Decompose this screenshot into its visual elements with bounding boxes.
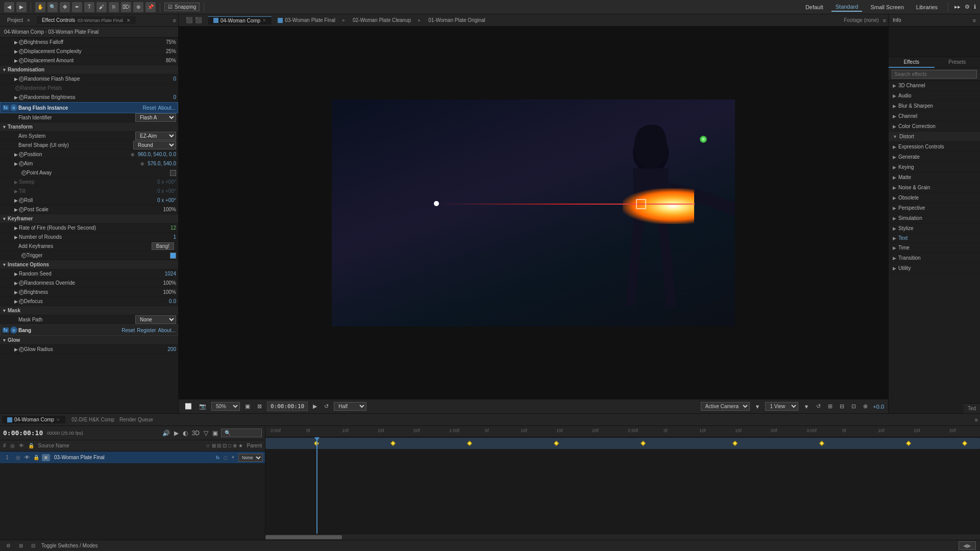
puppet-tool-icon[interactable]: ⊕ — [133, 2, 143, 12]
mask-group[interactable]: ▼ Mask — [0, 306, 178, 315]
prop-value[interactable]: 200 — [167, 346, 176, 352]
prop-value[interactable]: 25% — [166, 48, 176, 54]
play-button[interactable]: ▶ — [311, 402, 319, 411]
prop-value[interactable]: 100% — [163, 280, 176, 286]
layer-motion-icon[interactable]: ◌ — [224, 455, 228, 460]
safe-areas-button[interactable]: ⊟ — [838, 402, 846, 411]
bottom-btn-2[interactable]: ⊞ — [17, 542, 25, 549]
effect-cat-color[interactable]: ▶ Color Correction — [889, 121, 980, 132]
prop-value[interactable]: 0.0 — [169, 298, 176, 304]
effect-cat-perspective[interactable]: ▶ Perspective — [889, 203, 980, 213]
layer-arrow-icon[interactable]: ⌖ — [232, 455, 234, 460]
pin-tool-icon[interactable]: 📌 — [145, 2, 156, 12]
bang-flash-reset-button[interactable]: Reset — [142, 105, 156, 111]
effect-cat-simulation[interactable]: ▶ Simulation — [889, 213, 980, 223]
bang-register-button[interactable]: Register — [137, 328, 156, 333]
effect-cat-transition[interactable]: ▶ Transition — [889, 253, 980, 263]
bang-reset-button[interactable]: Reset — [121, 328, 135, 333]
toggle-switches-label[interactable]: Toggle Switches / Modes — [41, 543, 98, 548]
keyframe-5[interactable] — [641, 441, 646, 446]
track-bar-1[interactable] — [265, 438, 980, 449]
flash-identifier-dropdown[interactable]: Flash A Flash B Flash C — [135, 113, 176, 122]
forward-icon[interactable]: ▶ — [16, 2, 27, 12]
bottom-btn-1[interactable]: ⚙ — [4, 542, 13, 549]
stopwatch-icon[interactable]: ⏱ — [21, 253, 27, 258]
timeline-search-input[interactable] — [221, 429, 262, 437]
stopwatch-icon[interactable]: ⏱ — [19, 207, 24, 212]
layer-name[interactable]: 03-Woman Plate Final — [54, 455, 214, 460]
timeline-scrollbar-thumb[interactable] — [265, 535, 342, 539]
bang-button[interactable]: Bang! — [152, 242, 174, 250]
expand-arrow[interactable]: ▼ — [2, 338, 7, 343]
effect-controls-tab-close[interactable]: ✕ — [127, 18, 131, 23]
project-tab-close[interactable]: ✕ — [27, 18, 31, 23]
stopwatch-icon[interactable]: ⏱ — [19, 58, 24, 63]
snapshot-button[interactable]: 📷 — [197, 402, 208, 411]
effect-controls-tab[interactable]: Effect Controls 03-Woman Plate Final ✕ — [37, 16, 136, 24]
expand-arrow[interactable]: ▶ — [14, 161, 18, 166]
prop-value[interactable]: 0 — [173, 76, 176, 82]
point-away-checkbox[interactable] — [170, 170, 176, 176]
prop-value[interactable]: 12 — [170, 225, 176, 231]
keyframe-8[interactable] — [906, 441, 911, 446]
workspace-standard[interactable]: Standard — [831, 3, 863, 12]
render-queue-button[interactable]: Render Queue — [115, 416, 157, 423]
expand-arrow[interactable]: ▼ — [2, 124, 7, 130]
back-icon[interactable]: ◀ — [4, 2, 14, 12]
quality-select[interactable]: Half Full Quarter — [334, 402, 366, 411]
view-options-button[interactable]: ▼ — [801, 403, 811, 411]
transform-group[interactable]: ▼ Transform — [0, 122, 178, 132]
tl-collapse-btn[interactable]: ▽ — [203, 429, 209, 438]
timeline-tab-close[interactable]: ✕ — [56, 417, 60, 422]
prop-value[interactable]: 100% — [163, 207, 176, 212]
effect-cat-time[interactable]: ▶ Time — [889, 243, 980, 253]
stopwatch-icon[interactable]: ⏱ — [19, 152, 24, 157]
expand-arrow[interactable]: ▶ — [14, 77, 18, 82]
comp-tab-1[interactable]: 04-Woman Comp ✕ — [208, 16, 272, 24]
prop-value[interactable]: 1 — [173, 234, 176, 240]
expand-arrow[interactable]: ▶ — [14, 281, 18, 286]
expand-arrow[interactable]: ▶ — [14, 198, 18, 203]
timeline-tab-comp[interactable]: 04-Woman Comp ✕ — [2, 416, 65, 423]
effect-cat-audio[interactable]: ▶ Audio — [889, 91, 980, 101]
expand-arrow[interactable]: ▼ — [2, 67, 7, 72]
view-select[interactable]: 1 View 2 Views — [765, 402, 798, 411]
timeline-scrollbar[interactable] — [265, 534, 980, 540]
text-tool-icon[interactable]: T — [84, 2, 94, 12]
effect-cat-expression[interactable]: ▶ Expression Controls — [889, 142, 980, 152]
effect-cat-channel[interactable]: ▶ Channel — [889, 111, 980, 121]
layer-eye-btn[interactable]: 👁 — [23, 455, 31, 460]
workspace-small-screen[interactable]: Small Screen — [866, 3, 908, 11]
camera-options-button[interactable]: ▼ — [753, 403, 763, 411]
transparency-button[interactable]: ⊠ — [255, 402, 264, 411]
prop-value[interactable]: 0 — [173, 94, 176, 100]
bottom-btn-3[interactable]: ⊟ — [29, 542, 37, 549]
bang-flash-about-button[interactable]: About... — [158, 105, 176, 111]
comp-tab-3[interactable]: 02-Woman Plate Cleanup — [348, 16, 416, 24]
effects-list[interactable]: ▶ 3D Channel ▶ Audio ▶ Blur & Sharpen ▶ … — [889, 81, 980, 413]
effect-cat-matte[interactable]: ▶ Matte — [889, 172, 980, 183]
prop-value[interactable]: 75% — [166, 39, 176, 45]
stopwatch-icon[interactable]: ⏱ — [19, 347, 24, 352]
aim-system-dropdown[interactable]: EZ-Aim Manual — [135, 132, 176, 140]
comp-tab-2[interactable]: 03-Woman Plate Final — [273, 16, 340, 24]
project-tab[interactable]: Project ✕ — [2, 16, 36, 24]
tl-play-btn[interactable]: ▶ — [173, 429, 180, 438]
right-panel-menu[interactable]: ≡ — [973, 17, 976, 23]
timeline-playhead[interactable] — [316, 437, 317, 534]
stopwatch-icon[interactable]: ⏱ — [19, 40, 24, 45]
prop-value[interactable]: 960.0, 540.0, 0.0 — [138, 152, 176, 157]
effects-tab[interactable]: Effects — [889, 57, 935, 68]
layer-solo-btn[interactable]: ◎ — [14, 455, 21, 460]
prop-value[interactable]: 1024 — [165, 271, 176, 277]
trigger-checkbox[interactable] — [170, 253, 176, 259]
move-tool-icon[interactable]: ✥ — [60, 2, 70, 12]
expand-arrow[interactable]: ▶ — [14, 40, 18, 45]
expand-arrow[interactable]: ▶ — [14, 49, 18, 54]
effects-search-input[interactable] — [892, 70, 977, 79]
comp-tab-close-1[interactable]: ✕ — [262, 18, 266, 23]
workspace-libraries[interactable]: Libraries — [912, 3, 942, 11]
effect-cat-generate[interactable]: ▶ Generate — [889, 152, 980, 162]
layer-parent-select[interactable]: None — [238, 454, 263, 462]
stopwatch-icon[interactable]: ⏱ — [19, 281, 24, 286]
